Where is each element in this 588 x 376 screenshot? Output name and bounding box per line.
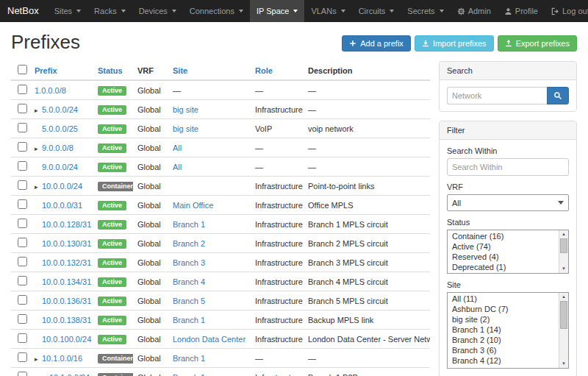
import-prefixes-button[interactable]: Import prefixes xyxy=(415,35,494,52)
column-header-site[interactable]: Site xyxy=(168,61,251,80)
prefix-link[interactable]: 10.1.0.0/24 xyxy=(49,373,90,376)
prefix-link[interactable]: 10.1.0.0/16 xyxy=(42,354,82,363)
nav-item-log-out[interactable]: Log out xyxy=(545,0,588,22)
row-checkbox[interactable] xyxy=(18,199,27,209)
filter-option[interactable]: All (11) xyxy=(448,294,558,304)
site-link[interactable]: Branch 4 xyxy=(173,277,205,286)
nav-item-circuits[interactable]: Circuits xyxy=(352,0,401,22)
status-scrollbar[interactable]: ▲ ▼ xyxy=(559,230,568,273)
nav-item-connections[interactable]: Connections xyxy=(183,0,250,22)
row-checkbox[interactable] xyxy=(18,257,27,266)
filter-option[interactable]: Active (74) xyxy=(448,241,558,252)
scroll-down-icon[interactable]: ▼ xyxy=(559,360,568,368)
prefix-link[interactable]: 9.0.0.0/24 xyxy=(42,163,78,171)
site-link[interactable]: Branch 1 xyxy=(173,373,205,376)
filter-option[interactable]: Reserved (4) xyxy=(448,252,558,262)
status-filter-label: Status xyxy=(447,218,569,227)
row-checkbox[interactable] xyxy=(18,314,27,324)
site-link[interactable]: Branch 2 xyxy=(173,239,205,248)
row-checkbox[interactable] xyxy=(18,123,27,132)
site-link[interactable]: Branch 3 xyxy=(173,258,205,267)
nav-item-profile[interactable]: Profile xyxy=(498,0,545,22)
nav-item-secrets[interactable]: Secrets xyxy=(401,0,450,22)
scroll-up-icon[interactable]: ▲ xyxy=(559,293,568,301)
add-a-prefix-button[interactable]: Add a prefix xyxy=(342,35,411,52)
filter-option[interactable]: Branch 3 (6) xyxy=(448,345,558,355)
prefix-link[interactable]: 10.0.0.136/31 xyxy=(42,297,91,305)
site-link[interactable]: All xyxy=(173,143,182,152)
row-checkbox[interactable] xyxy=(18,219,27,228)
site-link[interactable]: big site xyxy=(173,105,198,114)
status-badge: Active xyxy=(98,316,126,325)
scroll-thumb[interactable] xyxy=(560,238,567,253)
prefix-link[interactable]: 10.0.0.130/31 xyxy=(42,239,91,248)
vrf-cell: Global xyxy=(133,80,168,100)
site-link[interactable]: Branch 1 xyxy=(173,354,205,363)
status-filter-listbox[interactable]: Container (16)Active (74)Reserved (4)Dep… xyxy=(447,230,569,274)
filter-option[interactable]: Branch 1 (14) xyxy=(448,324,558,335)
prefix-link[interactable]: 10.0.0.128/31 xyxy=(42,220,91,229)
prefix-link[interactable]: 1.0.0.0/8 xyxy=(35,86,66,95)
scroll-up-icon[interactable]: ▲ xyxy=(559,230,568,238)
prefix-link[interactable]: 10.0.0.0/24 xyxy=(42,182,82,191)
row-checkbox[interactable] xyxy=(18,161,27,171)
nav-item-ip-space[interactable]: IP Space xyxy=(250,0,304,22)
site-link[interactable]: All xyxy=(173,163,182,171)
export-prefixes-button[interactable]: Export prefixes xyxy=(498,35,577,52)
prefix-link[interactable]: 10.0.0.132/31 xyxy=(42,258,91,267)
filter-option[interactable]: Container (16) xyxy=(448,231,558,241)
site-link[interactable]: big site xyxy=(173,124,198,133)
nav-item-admin[interactable]: Admin xyxy=(451,0,498,22)
nav-item-sites[interactable]: Sites xyxy=(48,0,87,22)
row-checkbox[interactable] xyxy=(18,142,27,152)
column-header-prefix[interactable]: Prefix xyxy=(30,61,93,80)
nav-item-racks[interactable]: Racks xyxy=(87,0,132,22)
select-all-checkbox[interactable] xyxy=(18,65,27,74)
filter-option[interactable]: Branch 2 (10) xyxy=(448,335,558,345)
nav-item-devices[interactable]: Devices xyxy=(132,0,183,22)
site-link[interactable]: Main Office xyxy=(173,201,213,210)
search-button[interactable] xyxy=(547,87,569,104)
vrf-cell: Global xyxy=(133,253,168,272)
filter-option[interactable]: Ashburn DC (7) xyxy=(448,304,558,314)
column-header-role[interactable]: Role xyxy=(251,61,304,80)
prefix-link[interactable]: 10.0.0.138/31 xyxy=(42,316,91,324)
column-header-status[interactable]: Status xyxy=(93,61,133,80)
prefix-link[interactable]: 10.0.0.0/31 xyxy=(42,201,82,210)
row-checkbox[interactable] xyxy=(18,333,27,343)
row-checkbox[interactable] xyxy=(18,238,27,247)
scroll-down-icon[interactable]: ▼ xyxy=(559,265,568,273)
prefix-link[interactable]: 5.0.0.0/24 xyxy=(42,105,78,114)
vrf-select[interactable]: All xyxy=(447,194,569,211)
site-scrollbar[interactable]: ▲ ▼ xyxy=(559,293,568,368)
row-checkbox[interactable] xyxy=(18,276,27,285)
search-input[interactable] xyxy=(447,87,547,104)
site-filter-listbox[interactable]: All (11)Ashburn DC (7)big site (2)Branch… xyxy=(447,292,569,369)
site-cell: big site xyxy=(168,100,251,119)
prefix-link[interactable]: 9.0.0.0/8 xyxy=(42,143,74,152)
site-link[interactable]: Branch 1 xyxy=(173,316,205,324)
filter-option[interactable]: Branch 4 (12) xyxy=(448,355,558,366)
site-link[interactable]: Branch 5 xyxy=(173,297,205,305)
row-checkbox[interactable] xyxy=(18,104,27,113)
prefix-link[interactable]: 5.0.0.0/25 xyxy=(42,124,78,133)
row-checkbox[interactable] xyxy=(18,352,27,362)
filter-option[interactable]: Branch 5 (7) xyxy=(448,366,558,369)
site-link[interactable]: London Data Center xyxy=(173,335,245,344)
filter-option[interactable]: Deprecated (1) xyxy=(448,262,558,272)
filter-option[interactable]: big site (2) xyxy=(448,314,558,324)
prefix-link[interactable]: 10.0.0.134/31 xyxy=(42,277,91,286)
row-checkbox[interactable] xyxy=(18,180,27,190)
vrf-cell: Global xyxy=(133,196,168,215)
app-logo[interactable]: NetBox xyxy=(0,0,48,22)
row-checkbox[interactable] xyxy=(18,295,27,305)
site-cell xyxy=(168,177,251,196)
search-within-input[interactable] xyxy=(447,158,569,176)
site-link[interactable]: Branch 1 xyxy=(173,220,205,229)
nav-item-vlans[interactable]: VLANs xyxy=(304,0,351,22)
scroll-thumb[interactable] xyxy=(560,301,567,329)
prefix-link[interactable]: 10.0.100.0/24 xyxy=(42,335,91,344)
row-checkbox[interactable] xyxy=(18,85,27,94)
row-checkbox[interactable] xyxy=(18,372,27,376)
caret-down-icon xyxy=(390,10,394,13)
